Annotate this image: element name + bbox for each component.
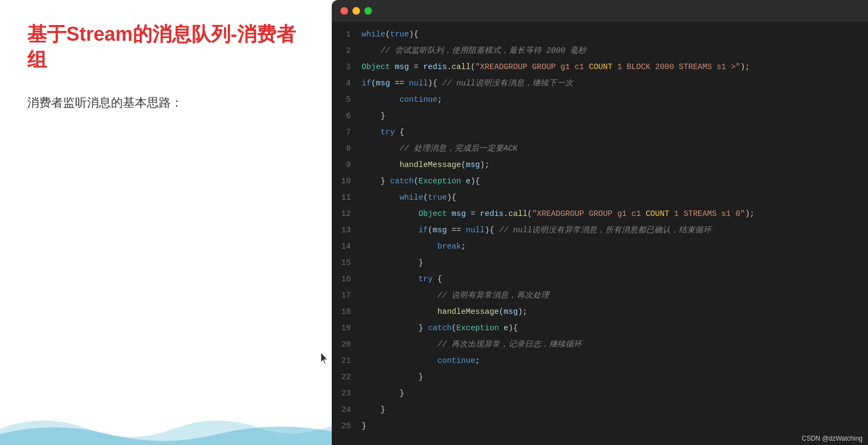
line-content: } xyxy=(362,255,868,271)
line-content: while(true){ xyxy=(362,26,868,42)
code-line-5: 5 continue; xyxy=(332,91,868,108)
code-line-21: 21 continue; xyxy=(332,353,868,369)
code-line-24: 24 } xyxy=(332,401,868,418)
left-panel: 基于Stream的消息队列-消费者组 消费者监听消息的基本思路： xyxy=(0,0,332,445)
line-number: 10 xyxy=(332,173,362,189)
code-line-15: 15 } xyxy=(332,255,868,271)
code-line-22: 22 } xyxy=(332,369,868,385)
line-number: 4 xyxy=(332,75,362,91)
line-content: try { xyxy=(362,271,868,287)
line-content: continue; xyxy=(362,91,868,108)
watermark: CSDN @dzWatching xyxy=(802,435,863,442)
line-content: handleMessage(msg); xyxy=(362,157,868,173)
line-number: 11 xyxy=(332,189,362,206)
code-line-20: 20 // 再次出现异常，记录日志，继续循环 xyxy=(332,336,868,353)
line-content: handleMessage(msg); xyxy=(362,304,868,320)
line-content: if(msg == null){ // null说明没有异常消息，所有消息都已确… xyxy=(362,222,868,238)
code-line-1: 1while(true){ xyxy=(332,26,868,42)
line-number: 1 xyxy=(332,26,362,42)
line-content: try { xyxy=(362,124,868,140)
line-content: } catch(Exception e){ xyxy=(362,320,868,336)
code-line-17: 17 // 说明有异常消息，再次处理 xyxy=(332,287,868,304)
line-number: 25 xyxy=(332,418,362,434)
line-content: while(true){ xyxy=(362,189,868,206)
line-number: 21 xyxy=(332,353,362,369)
line-number: 15 xyxy=(332,255,362,271)
subtitle: 消费者监听消息的基本思路： xyxy=(27,95,305,111)
code-line-23: 23 } xyxy=(332,385,868,401)
line-content: } xyxy=(362,418,868,434)
line-number: 8 xyxy=(332,140,362,157)
line-number: 19 xyxy=(332,320,362,336)
line-number: 3 xyxy=(332,59,362,75)
code-line-6: 6 } xyxy=(332,108,868,124)
line-content: } xyxy=(362,108,868,124)
editor-titlebar xyxy=(332,0,868,22)
line-content: continue; xyxy=(362,353,868,369)
code-line-16: 16 try { xyxy=(332,271,868,287)
code-area: 1while(true){2 // 尝试监听队列，使用阻塞模式，最长等待 200… xyxy=(332,22,868,438)
line-number: 24 xyxy=(332,401,362,418)
code-line-19: 19 } catch(Exception e){ xyxy=(332,320,868,336)
code-line-25: 25} xyxy=(332,418,868,434)
code-editor: 1while(true){2 // 尝试监听队列，使用阻塞模式，最长等待 200… xyxy=(332,0,868,445)
line-content: } xyxy=(362,401,868,418)
code-line-10: 10 } catch(Exception e){ xyxy=(332,173,868,189)
maximize-button[interactable] xyxy=(364,7,372,15)
line-number: 17 xyxy=(332,287,362,304)
line-content: // 处理消息，完成后一定要ACK xyxy=(362,140,868,157)
line-content: // 尝试监听队列，使用阻塞模式，最长等待 2000 毫秒 xyxy=(362,42,868,59)
line-number: 13 xyxy=(332,222,362,238)
code-line-11: 11 while(true){ xyxy=(332,189,868,206)
line-number: 9 xyxy=(332,157,362,173)
code-line-12: 12 Object msg = redis.call("XREADGROUP G… xyxy=(332,206,868,222)
line-content: if(msg == null){ // null说明没有消息，继续下一次 xyxy=(362,75,868,91)
code-line-8: 8 // 处理消息，完成后一定要ACK xyxy=(332,140,868,157)
code-line-7: 7 try { xyxy=(332,124,868,140)
line-number: 22 xyxy=(332,369,362,385)
line-content: // 再次出现异常，记录日志，继续循环 xyxy=(362,336,868,353)
line-content: Object msg = redis.call("XREADGROUP GROU… xyxy=(362,59,868,75)
line-number: 2 xyxy=(332,42,362,59)
code-line-9: 9 handleMessage(msg); xyxy=(332,157,868,173)
code-line-2: 2 // 尝试监听队列，使用阻塞模式，最长等待 2000 毫秒 xyxy=(332,42,868,59)
code-line-18: 18 handleMessage(msg); xyxy=(332,304,868,320)
main-title: 基于Stream的消息队列-消费者组 xyxy=(27,22,305,73)
line-number: 5 xyxy=(332,91,362,108)
wave-decoration xyxy=(0,412,332,445)
line-number: 16 xyxy=(332,271,362,287)
code-line-3: 3Object msg = redis.call("XREADGROUP GRO… xyxy=(332,59,868,75)
line-content: } xyxy=(362,369,868,385)
line-number: 7 xyxy=(332,124,362,140)
line-content: } xyxy=(362,385,868,401)
line-number: 23 xyxy=(332,385,362,401)
line-number: 14 xyxy=(332,238,362,255)
line-number: 6 xyxy=(332,108,362,124)
line-number: 18 xyxy=(332,304,362,320)
code-line-4: 4if(msg == null){ // null说明没有消息，继续下一次 xyxy=(332,75,868,91)
line-content: // 说明有异常消息，再次处理 xyxy=(362,287,868,304)
minimize-button[interactable] xyxy=(352,7,360,15)
code-line-14: 14 break; xyxy=(332,238,868,255)
close-button[interactable] xyxy=(340,7,348,15)
line-content: } catch(Exception e){ xyxy=(362,173,868,189)
code-line-13: 13 if(msg == null){ // null说明没有异常消息，所有消息… xyxy=(332,222,868,238)
line-number: 12 xyxy=(332,206,362,222)
line-number: 20 xyxy=(332,336,362,353)
line-content: Object msg = redis.call("XREADGROUP GROU… xyxy=(362,206,868,222)
line-content: break; xyxy=(362,238,868,255)
